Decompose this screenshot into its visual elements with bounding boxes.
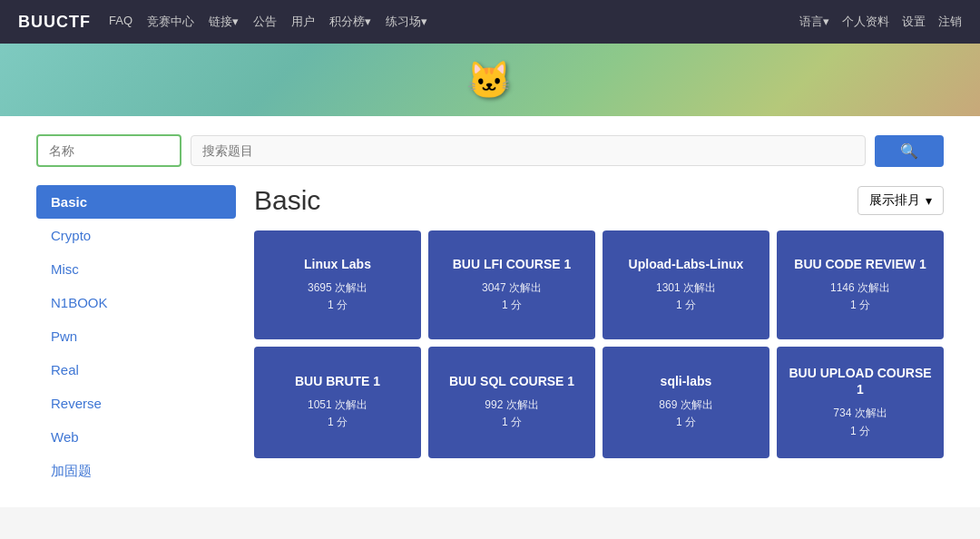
search-icon: 🔍 <box>900 142 918 160</box>
chevron-down-icon: ▾ <box>926 193 932 208</box>
main-panel: Basic 展示排月 ▾ Linux Labs 3695 次解出 1 分 BUU… <box>254 185 944 489</box>
challenge-stats-2: 1301 次解出 1 分 <box>656 279 716 314</box>
challenge-name-2: Upload-Labs-Linux <box>629 256 744 272</box>
main-content: 🔍 Basic Crypto Misc N1BOOK Pwn Real Reve… <box>0 116 980 507</box>
challenge-stats-7: 734 次解出 1 分 <box>833 405 887 439</box>
challenge-grid: Linux Labs 3695 次解出 1 分 BUU LFI COURSE 1… <box>254 230 944 458</box>
content-layout: Basic Crypto Misc N1BOOK Pwn Real Revers… <box>36 185 944 489</box>
nav-contest[interactable]: 竞赛中心 <box>147 14 194 30</box>
nav-faq[interactable]: FAQ <box>109 14 132 30</box>
nav-language[interactable]: 语言▾ <box>799 14 829 30</box>
challenge-card-5[interactable]: BUU SQL COURSE 1 992 次解出 1 分 <box>428 347 595 458</box>
name-input[interactable] <box>36 134 181 167</box>
panel-title: Basic <box>254 185 320 216</box>
nav-settings[interactable]: 设置 <box>902 14 926 30</box>
hero-logo: 🐱 <box>466 59 514 102</box>
sidebar-item-reverse[interactable]: Reverse <box>36 387 236 420</box>
sidebar-item-misc[interactable]: Misc <box>36 252 236 286</box>
hero-banner: 🐱 <box>0 44 980 116</box>
challenge-stats-3: 1146 次解出 1 分 <box>830 279 890 314</box>
nav-links: FAQ 竞赛中心 链接▾ 公告 用户 积分榜▾ 练习场▾ <box>109 14 781 30</box>
navbar: BUUCTF FAQ 竞赛中心 链接▾ 公告 用户 积分榜▾ 练习场▾ 语言▾ … <box>0 0 980 44</box>
challenge-stats-6: 869 次解出 1 分 <box>659 397 712 431</box>
challenge-name-4: BUU BRUTE 1 <box>295 373 380 389</box>
sidebar-item-crypto[interactable]: Crypto <box>36 219 236 252</box>
nav-profile[interactable]: 个人资料 <box>842 14 889 30</box>
sidebar: Basic Crypto Misc N1BOOK Pwn Real Revers… <box>36 185 236 489</box>
challenge-name-1: BUU LFI COURSE 1 <box>453 256 572 272</box>
challenge-name-6: sqli-labs <box>661 373 712 389</box>
nav-notice[interactable]: 公告 <box>253 14 277 30</box>
panel-header: Basic 展示排月 ▾ <box>254 185 944 216</box>
sort-dropdown[interactable]: 展示排月 ▾ <box>858 186 944 215</box>
challenge-name-3: BUU CODE REVIEW 1 <box>794 256 926 272</box>
nav-users[interactable]: 用户 <box>291 14 315 30</box>
search-area: 🔍 <box>36 134 944 167</box>
nav-links-dropdown[interactable]: 链接▾ <box>209 14 239 30</box>
challenge-name-7: BUU UPLOAD COURSE 1 <box>788 365 933 397</box>
challenge-card-1[interactable]: BUU LFI COURSE 1 3047 次解出 1 分 <box>428 230 595 339</box>
challenge-stats-4: 1051 次解出 1 分 <box>308 397 368 431</box>
sort-label: 展示排月 <box>869 192 920 209</box>
challenge-card-6[interactable]: sqli-labs 869 次解出 1 分 <box>603 347 769 458</box>
challenge-card-3[interactable]: BUU CODE REVIEW 1 1146 次解出 1 分 <box>777 230 944 339</box>
nav-logout[interactable]: 注销 <box>938 14 962 30</box>
sidebar-item-pwn[interactable]: Pwn <box>36 319 236 353</box>
challenge-name-0: Linux Labs <box>304 256 371 272</box>
nav-practice[interactable]: 练习场▾ <box>386 14 427 30</box>
sidebar-item-n1book[interactable]: N1BOOK <box>36 286 236 319</box>
brand-logo[interactable]: BUUCTF <box>18 13 91 32</box>
sidebar-item-basic[interactable]: Basic <box>36 185 236 219</box>
challenge-name-5: BUU SQL COURSE 1 <box>449 373 574 389</box>
challenge-stats-0: 3695 次解出 1 分 <box>308 279 368 314</box>
search-button[interactable]: 🔍 <box>875 135 944 167</box>
nav-right: 语言▾ 个人资料 设置 注销 <box>799 14 962 30</box>
challenge-card-2[interactable]: Upload-Labs-Linux 1301 次解出 1 分 <box>603 230 769 339</box>
challenge-card-7[interactable]: BUU UPLOAD COURSE 1 734 次解出 1 分 <box>777 347 944 458</box>
challenge-stats-1: 3047 次解出 1 分 <box>482 279 542 314</box>
search-input[interactable] <box>191 135 866 166</box>
challenge-stats-5: 992 次解出 1 分 <box>485 397 538 431</box>
challenge-card-4[interactable]: BUU BRUTE 1 1051 次解出 1 分 <box>254 347 421 458</box>
sidebar-item-hardening[interactable]: 加固题 <box>36 454 236 489</box>
challenge-card-0[interactable]: Linux Labs 3695 次解出 1 分 <box>254 230 421 339</box>
sidebar-item-real[interactable]: Real <box>36 353 236 387</box>
sidebar-item-web[interactable]: Web <box>36 420 236 454</box>
nav-scoreboard[interactable]: 积分榜▾ <box>329 14 371 30</box>
